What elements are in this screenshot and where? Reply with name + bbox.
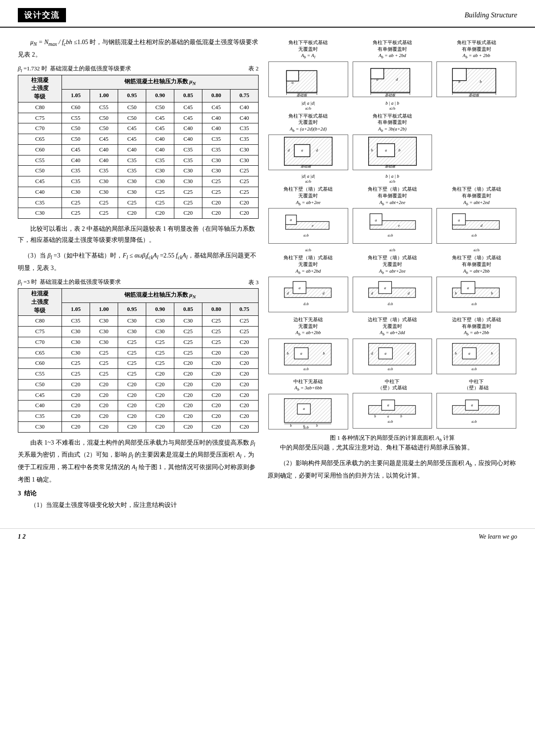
table2-subheader-095: 0.95 [118, 89, 146, 102]
diagram-box-1-1: a 基础板 [268, 61, 348, 97]
diagram-box-3-3: a d a≥b [436, 208, 516, 244]
table-row: C50 [146, 102, 174, 113]
table-row: C25 [146, 197, 174, 208]
table-row: C20 [202, 197, 230, 208]
table-row: C30 [230, 155, 258, 166]
table3-subheader-105: 1.05 [62, 303, 90, 316]
para-case3: （3）当 βl =3（如中柱下基础）时，Fl ≤ αωβlfckAl =2.55… [18, 250, 259, 274]
table-row: C35 [62, 316, 90, 327]
table-row: C30 [202, 166, 230, 176]
table-row: C20 [62, 400, 90, 411]
table-row: C25 [90, 347, 118, 358]
table-row: C20 [202, 379, 230, 390]
table-row: C30 [118, 176, 146, 187]
table-row: C75 [18, 113, 62, 123]
svg-text:d: d [371, 351, 373, 356]
table-row: C25 [230, 327, 258, 337]
table2-subheader-085: 0.85 [174, 89, 202, 102]
diagram-row-5: 边柱下无基础无覆盖时Ab = ab+2bb a [268, 316, 517, 375]
svg-text:d: d [322, 291, 325, 295]
table-row: C20 [230, 197, 258, 208]
table-row: C20 [90, 411, 118, 422]
table2: 柱混凝土强度等级 钢筋混凝土柱轴压力系数 μN 1.05 1.00 0.95 0… [18, 75, 259, 219]
table-row: C40 [202, 123, 230, 134]
table-row: C20 [118, 411, 146, 422]
svg-text:d: d [316, 148, 318, 152]
table-row: C45 [118, 134, 146, 145]
svg-text:a≥b: a≥b [472, 367, 477, 371]
table-row: C20 [174, 358, 202, 369]
svg-text:a: a [387, 403, 389, 407]
svg-text:b: b [400, 414, 402, 418]
table-row: C25 [118, 347, 146, 358]
svg-text:a: a [299, 286, 301, 290]
table-row: C35 [146, 155, 174, 166]
table-row: C25 [174, 327, 202, 337]
svg-text:基础板: 基础板 [300, 165, 312, 169]
svg-text:d≥b: d≥b [303, 302, 309, 306]
table-row: C25 [118, 358, 146, 369]
svg-text:基础板: 基础板 [296, 93, 308, 97]
table-row: C30 [146, 166, 174, 176]
table-row: C30 [146, 176, 174, 187]
table-row: C30 [90, 327, 118, 337]
svg-text:a: a [384, 286, 386, 290]
table-row: C25 [174, 347, 202, 358]
diagram-box-5-3: a b b a≥b [436, 339, 516, 374]
para-after-table2: 比较可以看出，表 2 中基础的局部承压问题较表 1 有明显改善（在同等轴压力系数… [18, 223, 259, 245]
table-row: C80 [18, 102, 62, 113]
diagram-title-4-1: 角柱下壁（墙）式基础无覆盖时Ab = ab+2bd [268, 255, 348, 275]
diagram-cell-6-2: 中柱下（壁）式基础 a b [352, 378, 433, 430]
svg-text:d: d [396, 77, 398, 82]
table-row: C30 [174, 166, 202, 176]
diagram-cell-5-3: 边柱下壁（墙）式基础有单侧覆盖时Ab = ab+2bb a [436, 316, 517, 375]
diagram-cell-1-3: 角柱下平板式基础有单侧覆盖时Ab = ab + 2bb b [436, 39, 517, 98]
table-row: C20 [230, 347, 258, 358]
table-row: C30 [118, 327, 146, 337]
table-row: C50 [90, 123, 118, 134]
svg-text:a: a [292, 80, 294, 84]
table-row: C20 [230, 411, 258, 422]
diagram-title-3-1: 角柱下壁（墙）式基础无覆盖时Ab = ab+2ee [268, 186, 348, 207]
table-row: C20 [174, 421, 202, 432]
table-row: C25 [118, 337, 146, 347]
diagram-title-2-1: 角柱下平板式基础无覆盖时Ab = (a+2d)(b+2d) [268, 113, 348, 134]
diagram-box-2-1: a d d 基础板 [268, 135, 348, 170]
diagram-title-6-3: 中柱下（壁）基础 [436, 379, 516, 392]
table3-subheader-080: 0.80 [202, 303, 230, 316]
table-row: C20 [146, 390, 174, 400]
table3: 柱混凝土强度等级 钢筋混凝土柱轴压力系数 μN 1.05 1.00 0.95 0… [18, 288, 259, 433]
table-row: C50 [118, 102, 146, 113]
table-row: C30 [90, 187, 118, 197]
table-row: C25 [62, 208, 90, 219]
table-row: C40 [90, 155, 118, 166]
table-row: C20 [62, 379, 90, 390]
table-row: C45 [118, 123, 146, 134]
table2-subheader-075: 0.75 [230, 89, 258, 102]
table-row: C35 [230, 123, 258, 134]
diagram-row-6: 中柱下无基础Ab = 3ab+6bb a [268, 378, 517, 430]
table-row: C20 [90, 390, 118, 400]
diagram-cell-2-3 [436, 112, 517, 172]
svg-text:a≥b: a≥b [387, 367, 393, 371]
table-row: C30 [18, 421, 62, 432]
table-row: C35 [202, 144, 230, 155]
svg-text:b: b [455, 291, 457, 295]
table-row: C25 [230, 176, 258, 187]
table-row: C45 [18, 176, 62, 187]
table-row: C30 [62, 187, 90, 197]
table-row: C20 [174, 379, 202, 390]
table-row: C65 [18, 134, 62, 145]
intro-paragraph: μN = Nmax / fcbh ≤1.05 时，与钢筋混凝土柱相对应的基础的最… [18, 37, 259, 60]
table-row: C30 [230, 144, 258, 155]
diagram-cell-6-3: 中柱下（壁）基础 a a≥ [436, 378, 517, 430]
diagram-title-6-2: 中柱下（壁）式基础 [353, 379, 432, 392]
svg-text:a: a [458, 218, 460, 222]
svg-text:b: b [290, 424, 292, 428]
table-row: C25 [118, 197, 146, 208]
table2-col-header-mu: 钢筋混凝土柱轴压力系数 μN [62, 75, 258, 89]
table-row: C50 [90, 113, 118, 123]
para-after-table3: 由表 1~3 不难看出，混凝土构件的局部受压承载力与局部受压时的强度提高系数 β… [18, 437, 259, 486]
table-row: C70 [18, 337, 62, 347]
table-row: C25 [62, 197, 90, 208]
